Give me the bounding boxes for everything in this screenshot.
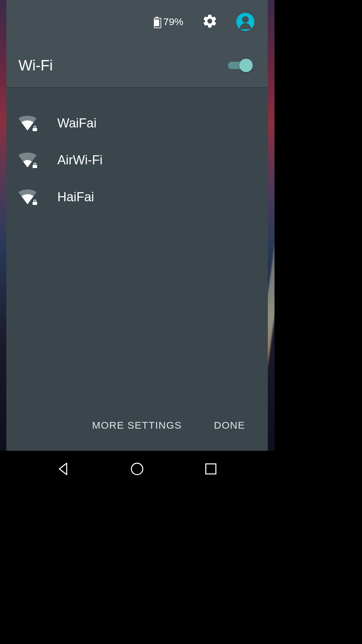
back-button[interactable] [56, 461, 71, 478]
battery-fill [155, 19, 159, 26]
toggle-knob [239, 59, 253, 72]
network-ssid: AirWi-Fi [57, 153, 103, 167]
battery-icon [154, 17, 160, 27]
panel-footer: More Settings Done [6, 420, 268, 451]
wifi-signal-icon [18, 116, 37, 130]
wifi-quick-settings-panel: 79% Wi-Fi WaiFai [6, 0, 268, 451]
panel-title: Wi-Fi [18, 57, 53, 74]
battery-status: 79% [154, 16, 183, 28]
svg-point-0 [131, 463, 143, 475]
network-ssid: HaiFai [57, 190, 94, 204]
lock-icon [33, 163, 37, 168]
network-item[interactable]: WaiFai [6, 105, 268, 142]
wifi-header-row: Wi-Fi [6, 44, 268, 88]
recents-button[interactable] [203, 461, 219, 478]
user-avatar-icon[interactable] [236, 13, 254, 31]
network-ssid: WaiFai [57, 116, 97, 130]
home-button[interactable] [129, 461, 145, 478]
svg-rect-1 [206, 464, 216, 474]
battery-percent-text: 79% [163, 16, 183, 28]
done-button[interactable]: Done [214, 420, 245, 431]
wifi-signal-icon [18, 153, 37, 167]
lock-icon [33, 200, 37, 205]
wifi-toggle[interactable] [228, 59, 253, 72]
network-item[interactable]: AirWi-Fi [6, 142, 268, 178]
wifi-signal-icon [18, 190, 37, 204]
status-header: 79% [6, 0, 268, 44]
lock-icon [33, 126, 37, 131]
android-navbar [0, 451, 275, 488]
network-item[interactable]: HaiFai [6, 178, 268, 215]
network-list: WaiFai AirWi-Fi [6, 88, 268, 420]
settings-icon[interactable] [202, 13, 218, 31]
more-settings-button[interactable]: More Settings [92, 420, 182, 431]
